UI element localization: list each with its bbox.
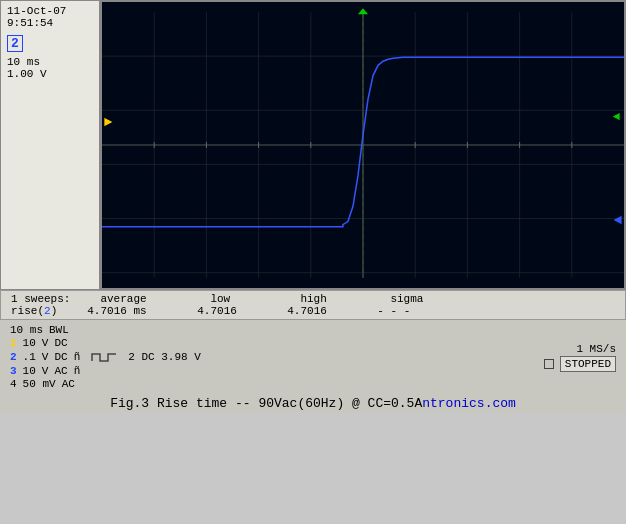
- ch4-coupling: AC: [62, 378, 75, 390]
- bc-left: 10 ms BWL 1 10 V DC 2 .1 V DC ñ: [10, 324, 201, 390]
- ch2-volt: .1: [23, 351, 36, 363]
- stats-bar: 1 sweeps: average low high sigma rise(2)…: [0, 290, 626, 320]
- ch4-volt: 50 mV: [23, 378, 56, 390]
- bwl-label: BWL: [49, 324, 69, 336]
- ch3-volt: 10: [23, 365, 36, 377]
- volt-div: 1.00 V: [7, 68, 93, 80]
- stats-sweeps: 1 sweeps:: [11, 293, 70, 305]
- ch2-marker: ◄: [614, 212, 622, 228]
- ch2-dc-val: 2 DC 3.98 V: [128, 351, 201, 363]
- stats-data-row: rise(2) 4.7016 ms 4.7016 4.7016 - - -: [11, 305, 615, 317]
- datetime-line2: 9:51:54: [7, 17, 93, 29]
- grid-container: [102, 2, 624, 288]
- ch1-marker: ►: [104, 114, 112, 130]
- bc-timebase-row: 10 ms BWL: [10, 324, 201, 336]
- ch1-coupling: DC: [54, 337, 67, 349]
- stats-row-label: rise(2): [11, 305, 57, 317]
- stats-average: 4.7016 ms: [87, 305, 177, 317]
- stats-col-low: low: [210, 293, 280, 305]
- stats-col-average: average: [100, 293, 190, 305]
- stats-col-high: high: [300, 293, 370, 305]
- caption-text: Fig.3 Rise time -- 90Vac(60Hz) @ CC=0.5A: [110, 396, 422, 411]
- ch2-tag: 2: [10, 351, 17, 363]
- caption-suffix: ntronics.com: [422, 396, 516, 411]
- stats-high: 4.7016: [287, 305, 357, 317]
- ch3-coupling: AC: [54, 365, 67, 377]
- bc-right: 1 MS/s STOPPED: [544, 324, 616, 390]
- ch1-unit: V: [42, 337, 49, 349]
- stats-header-row: 1 sweeps: average low high sigma: [11, 293, 615, 305]
- ch2-icon: ñ: [74, 351, 81, 363]
- ch3-unit: V: [42, 365, 49, 377]
- ch2-unit: V: [42, 351, 49, 363]
- ch3-tag: 3: [10, 365, 17, 377]
- main-container: 11-Oct-07 9:51:54 2 10 ms 1.00 V LeCroy: [0, 0, 626, 524]
- caption-bar: Fig.3 Rise time -- 90Vac(60Hz) @ CC=0.5A…: [0, 392, 626, 413]
- bc-combined: 10 ms BWL 1 10 V DC 2 .1 V DC ñ: [10, 324, 616, 390]
- bc-ch1-row: 1 10 V DC: [10, 337, 201, 349]
- ch3-icon: ñ: [74, 365, 81, 377]
- bc-ch4-row: 4 50 mV AC: [10, 378, 201, 390]
- scope-screen: LeCroy: [100, 0, 626, 290]
- ch4-tag: 4: [10, 378, 17, 390]
- top-bar: 11-Oct-07 9:51:54 2 10 ms 1.00 V LeCroy: [0, 0, 626, 290]
- time-div: 10 ms: [7, 56, 93, 68]
- bottom-controls: 10 ms BWL 1 10 V DC 2 .1 V DC ñ: [0, 320, 626, 392]
- timebase-label: 10 ms: [10, 324, 43, 336]
- channel-number: 2: [7, 35, 23, 52]
- ch2-coupling: DC: [54, 351, 67, 363]
- ch1-volt: 10: [23, 337, 36, 349]
- stopped-badge: STOPPED: [560, 356, 616, 372]
- squarewave-icon: [90, 350, 118, 364]
- stopped-icon: [544, 359, 554, 369]
- stats-col-sigma: sigma: [390, 293, 423, 305]
- datetime-line1: 11-Oct-07: [7, 5, 93, 17]
- stats-sigma: - - -: [377, 305, 410, 317]
- sample-rate: 1 MS/s: [576, 343, 616, 355]
- trigger-marker: ◄: [613, 110, 620, 124]
- bc-ch2-row: 2 .1 V DC ñ 2 DC 3.98 V: [10, 350, 201, 364]
- bc-ch3-row: 3 10 V AC ñ: [10, 365, 201, 377]
- stats-low: 4.7016: [197, 305, 267, 317]
- left-info-panel: 11-Oct-07 9:51:54 2 10 ms 1.00 V: [0, 0, 100, 290]
- ch1-tag: 1: [10, 337, 17, 349]
